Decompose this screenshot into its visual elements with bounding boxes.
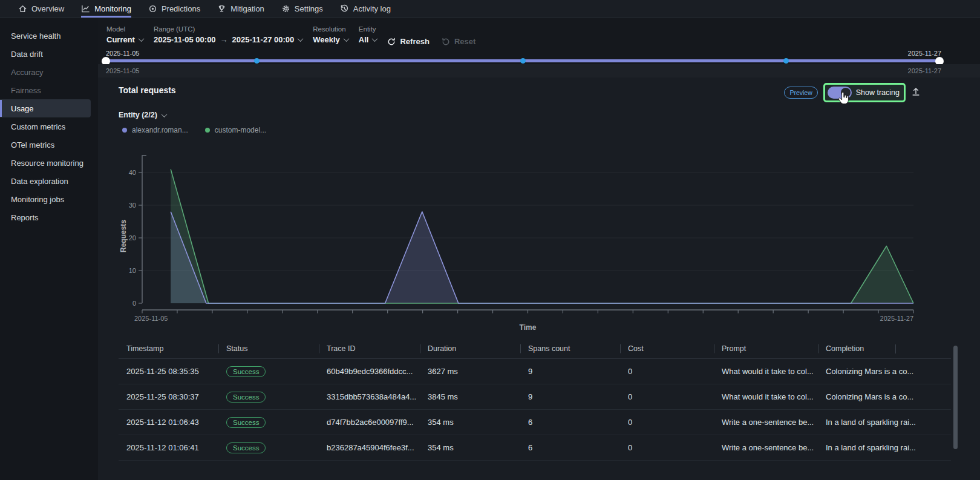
entity-filter-label: Entity (2/2) [119, 111, 157, 119]
nav-item-predictions[interactable]: Predictions [148, 0, 200, 18]
nav-item-settings[interactable]: Settings [281, 0, 323, 18]
line-chart-icon [81, 4, 90, 13]
nav-item-overview[interactable]: Overview [18, 0, 64, 18]
cell-cost: 0 [620, 367, 714, 376]
col-completion: Completion [818, 344, 951, 353]
nav-item-activity-log[interactable]: Activity log [340, 0, 391, 18]
entity-filter-dropdown[interactable]: Entity (2/2) [119, 111, 166, 119]
cell-cost: 0 [620, 392, 714, 401]
chevron-down-icon [139, 36, 145, 42]
table-row[interactable]: 2025-11-25 08:30:37 Success 3315dbb57363… [119, 384, 951, 410]
legend-label: custom-model... [215, 126, 266, 134]
resolution-dropdown[interactable]: Weekly [313, 35, 348, 44]
model-label: Model [106, 25, 143, 33]
table-row[interactable]: 2025-11-12 01:06:41 Success b236287a4590… [119, 435, 951, 461]
col-status: Status [218, 344, 319, 353]
cell-spans-count: 6 [520, 418, 620, 427]
sidebar-item-service-health[interactable]: Service health [0, 27, 98, 45]
sidebar-item-reports[interactable]: Reports [0, 208, 98, 226]
slider-sub-band: 2025-11-05 2025-11-27 [98, 64, 980, 77]
cell-spans-count: 9 [520, 392, 620, 401]
nav-label: Activity log [353, 4, 391, 13]
status-badge: Success [226, 442, 266, 453]
nav-item-mitigation[interactable]: Mitigation [217, 0, 264, 18]
cell-timestamp: 2025-11-12 01:06:41 [119, 443, 218, 452]
nav-label: Monitoring [94, 4, 131, 13]
total-requests-chart: 010203040Requests2025-11-052025-11-27Tim… [119, 145, 917, 333]
cell-completion: Colonizing Mars is a co... [818, 392, 951, 401]
slider-end-date-label: 2025-11-27 [908, 50, 941, 57]
status-badge: Success [226, 366, 266, 377]
sidebar-item-custom-metrics[interactable]: Custom metrics [0, 117, 98, 136]
sidebar-item-otel-metrics[interactable]: OTel metrics [0, 136, 98, 154]
cell-prompt: Write a one-sentence be... [714, 443, 818, 452]
tracing-highlight-box: Show tracing [823, 83, 906, 102]
refresh-label: Refresh [400, 37, 429, 46]
sidebar-item-monitoring-jobs[interactable]: Monitoring jobs [0, 190, 98, 208]
table-row[interactable]: 2025-11-25 08:35:35 Success 60b49b9edc93… [119, 359, 951, 384]
preview-badge: Preview [784, 87, 817, 99]
mouse-cursor-icon [838, 92, 849, 107]
show-tracing-toggle[interactable] [828, 87, 852, 99]
cell-trace-id: b236287a45904f6fee3f... [319, 443, 420, 452]
table-scrollbar[interactable] [953, 346, 958, 449]
refresh-icon [387, 38, 396, 46]
time-range-slider-track[interactable] [106, 59, 939, 62]
toolbar: Model Current Range (UTC) 2025-11-05 00:… [106, 25, 488, 46]
gear-icon [281, 4, 290, 13]
range-label: Range (UTC) [154, 25, 302, 33]
history-icon [340, 4, 349, 13]
sidebar-item-data-drift[interactable]: Data drift [0, 45, 98, 63]
cell-status: Success [218, 366, 319, 377]
home-icon [18, 4, 27, 13]
sidebar-item-accuracy[interactable]: Accuracy [0, 63, 98, 81]
trophy-icon [217, 4, 226, 13]
sidebar-item-fairness[interactable]: Fairness [0, 81, 98, 99]
status-badge: Success [226, 417, 266, 428]
sidebar-item-usage[interactable]: Usage [0, 99, 91, 117]
model-dropdown[interactable]: Current [106, 35, 143, 44]
legend-item[interactable]: custom-model... [205, 126, 266, 134]
range-selector-group: Range (UTC) 2025-11-05 00:00 → 2025-11-2… [154, 25, 302, 44]
refresh-button[interactable]: Refresh [387, 37, 429, 46]
upload-icon [911, 87, 921, 99]
resolution-value: Weekly [313, 35, 340, 44]
panel-header-actions: Preview Show tracing [784, 83, 921, 102]
entity-dropdown[interactable]: All [359, 35, 377, 44]
cell-timestamp: 2025-11-25 08:30:37 [119, 392, 218, 401]
cell-completion: In a land of sparkling rai... [818, 418, 951, 427]
cell-trace-id: d74f7bb2ac6e00097ff9... [319, 418, 420, 427]
nav-label: Overview [31, 4, 64, 13]
slider-marker-dot [783, 58, 789, 64]
range-dropdown[interactable]: 2025-11-05 00:00 → 2025-11-27 00:00 [154, 35, 302, 44]
entity-label: Entity [359, 25, 377, 33]
slider-marker-dot [254, 58, 260, 64]
table-row[interactable]: 2025-11-12 01:06:43 Success d74f7bb2ac6e… [119, 410, 951, 435]
legend-item[interactable]: alexandr.roman... [122, 126, 188, 134]
cell-status: Success [218, 417, 319, 428]
cell-duration: 354 ms [420, 443, 520, 452]
export-button[interactable] [911, 87, 921, 99]
nav-item-monitoring[interactable]: Monitoring [81, 0, 131, 18]
traces-table: Timestamp Status Trace ID Duration Spans… [119, 339, 951, 461]
cell-prompt: Write a one-sentence be... [714, 418, 818, 427]
svg-text:30: 30 [129, 202, 136, 209]
status-badge: Success [226, 392, 266, 403]
band-end-date-label: 2025-11-27 [908, 64, 941, 77]
cell-spans-count: 6 [520, 443, 620, 452]
model-selector-group: Model Current [106, 25, 143, 44]
cell-cost: 0 [620, 418, 714, 427]
cell-timestamp: 2025-11-25 08:35:35 [119, 367, 218, 376]
reset-button[interactable]: Reset [442, 37, 475, 46]
entity-selector-group: Entity All [359, 25, 377, 44]
nav-label: Settings [295, 4, 323, 13]
band-start-date-label: 2025-11-05 [106, 64, 139, 77]
svg-text:2025-11-27: 2025-11-27 [880, 315, 913, 322]
col-timestamp: Timestamp [119, 344, 218, 353]
sidebar-item-data-exploration[interactable]: Data exploration [0, 172, 98, 190]
cell-cost: 0 [620, 443, 714, 452]
cell-completion: In a land of sparkling rai... [818, 443, 951, 452]
chevron-down-icon [161, 111, 167, 117]
sidebar-item-resource-monitoring[interactable]: Resource monitoring [0, 154, 98, 172]
svg-text:2025-11-05: 2025-11-05 [134, 315, 168, 322]
